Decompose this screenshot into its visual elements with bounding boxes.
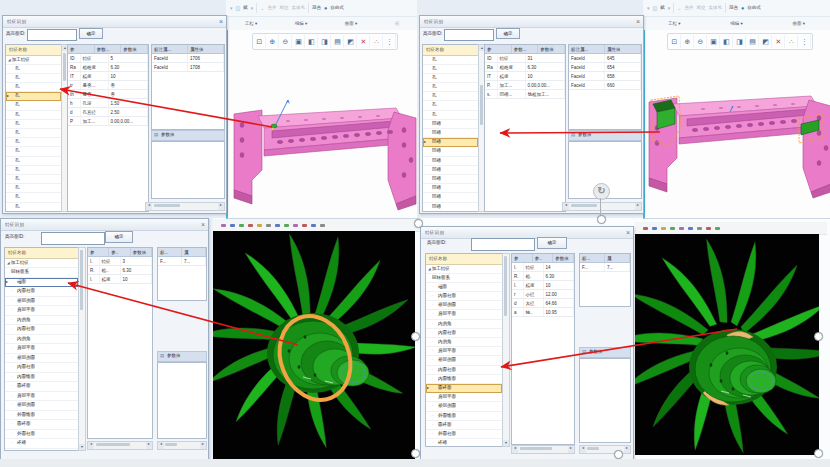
tree-item[interactable]: 根部倒圆 (5, 297, 78, 307)
param-row[interactable]: d 孔直径 2.50 (68, 108, 148, 117)
mini-tool-icon[interactable] (706, 227, 711, 230)
mini-tool-icon[interactable] (688, 227, 693, 230)
mini-tool-icon[interactable] (661, 227, 666, 230)
attr-row[interactable]: F... 7... (580, 263, 630, 272)
tree-item[interactable]: 凹槽 (423, 138, 478, 147)
tree-item[interactable]: 肩部平面 (5, 306, 78, 316)
param-row[interactable]: I. 特征 14 (512, 263, 574, 272)
mini-tool-icon[interactable] (697, 227, 702, 230)
tree-root-item[interactable]: ◢加工特征 (5, 259, 78, 269)
param-table[interactable]: 参参数...参数值 ID 特征 5 Ra 粗糙度 6.30 IT 精度 10 (67, 44, 149, 212)
confirm-button[interactable]: 确定 (105, 231, 133, 243)
tree-item[interactable]: 肩部平面 (5, 344, 78, 354)
tree-item[interactable]: 孔 (6, 203, 61, 212)
tree-item[interactable]: 孔 (423, 101, 478, 110)
mini-tool-icon[interactable] (311, 224, 316, 227)
param-row[interactable]: Ra 粗糙度 6.30 (485, 63, 565, 72)
view-tool-icon[interactable]: ◩ (760, 35, 772, 48)
param-row[interactable]: th 是否... 否 (68, 90, 148, 99)
param-table[interactable]: 参参..参数值 I. 特征 14 R. 粗. 6.30 I. 精度 10 (511, 253, 575, 445)
scroll-right-icon[interactable]: ► (568, 446, 574, 453)
selection-handle[interactable] (414, 219, 423, 228)
view-tool-icon[interactable]: ▣ (708, 35, 720, 48)
overflow-icon[interactable]: ▾ (647, 5, 650, 11)
rotate-handle[interactable]: ↻ (593, 183, 610, 200)
tree-item[interactable]: 凹槽 (423, 193, 478, 202)
tree-item[interactable]: 孔 (6, 74, 61, 83)
scroll-thumb[interactable] (520, 447, 552, 450)
intersect-button[interactable]: 相交 (696, 5, 705, 10)
param-row[interactable]: tr 是否... 否 (68, 81, 148, 90)
tree-item[interactable]: 圆环面 (426, 421, 502, 430)
param-row[interactable]: h 孔深 1.50 (68, 99, 148, 108)
tree-item[interactable]: 端面 (5, 278, 78, 288)
highlight-id-input[interactable] (27, 29, 77, 41)
mini-tool-icon[interactable] (302, 224, 307, 227)
merge-button[interactable]: 合并 (684, 5, 693, 10)
param-table[interactable]: 参参数...参数值 ID 特征 31 Ra 粗糙度 6.30 IT 精度 10 (484, 44, 566, 212)
param-row[interactable]: ID 特征 5 (68, 54, 148, 63)
mini-tool-icon[interactable] (670, 227, 675, 230)
close-icon[interactable]: × (201, 220, 205, 229)
mini-tool-icon[interactable] (266, 224, 271, 227)
mini-tool-icon[interactable] (248, 224, 253, 227)
expander-icon[interactable]: ◢ (7, 261, 10, 265)
mini-tool-icon[interactable] (652, 227, 657, 230)
tree-item[interactable]: 孔 (6, 65, 61, 74)
scroll-thumb[interactable] (571, 204, 597, 207)
feature-tree[interactable]: 特征名称 ◢加工特征 孔孔孔孔孔孔孔孔孔孔孔孔孔孔孔孔孔孔 (5, 44, 62, 212)
close-icon[interactable]: × (626, 228, 630, 237)
scroll-right-icon[interactable]: ► (200, 442, 206, 449)
intersect-button[interactable]: 相交 (279, 5, 288, 10)
scroll-down-icon[interactable]: ▼ (79, 444, 85, 450)
tree-item[interactable]: 端面 (426, 283, 502, 292)
dialog-titlebar[interactable]: 特征识别 × (1, 219, 208, 231)
tree-item[interactable]: 内圆柱面 (5, 287, 78, 297)
mini-tool-icon[interactable] (320, 224, 325, 227)
selection-handle[interactable] (614, 450, 623, 459)
ribbon-group-edit[interactable]: 编辑 ▾ (295, 21, 308, 26)
highlight-id-input[interactable] (471, 238, 535, 251)
attr-table[interactable]: 标...属 F... 7... (157, 247, 207, 301)
tree-item[interactable]: 环槽 (5, 439, 78, 449)
tree-item[interactable]: 肩部平面 (426, 347, 502, 356)
mini-tool-icon[interactable] (643, 227, 648, 230)
tree-item[interactable]: 凹槽 (423, 203, 478, 212)
mini-tool-icon[interactable] (293, 224, 298, 227)
mini-tool-icon[interactable] (257, 224, 262, 227)
tree-item[interactable]: 内圆柱面 (5, 325, 78, 335)
tree-item[interactable]: 孔 (6, 111, 61, 120)
param-table[interactable]: 参参..参数值 I. 特征 3 R. 粗.. 6.30 I. 精度 10 (87, 247, 153, 439)
tree-item[interactable]: 孔 (6, 120, 61, 129)
expander-icon[interactable]: ◢ (8, 58, 11, 62)
scroll-right-icon[interactable]: ► (624, 446, 630, 453)
tree-item[interactable]: 内圆柱面 (426, 292, 502, 301)
tree-item[interactable]: 内圆柱面 (5, 363, 78, 373)
feature-tree[interactable]: 特征名称 ◢加工特征 回转面系 端面内圆柱面根部倒圆肩部平面内倒角内圆柱面内倒角… (4, 247, 79, 451)
view-tool-icon[interactable]: ◧ (721, 35, 733, 48)
tree-item[interactable]: 孔 (6, 138, 61, 147)
ribbon-group-surface[interactable]: 曲面 ▾ (793, 21, 806, 26)
attr-table[interactable]: 标注属...属性值 FaceId 1706 FaceId 1708 (151, 44, 225, 130)
tree-item[interactable]: 孔 (6, 92, 61, 101)
view-tool-icon[interactable]: ⊕ (682, 35, 694, 48)
tree-item[interactable]: 环槽 (426, 439, 502, 447)
tree-item[interactable]: 孔 (6, 147, 61, 156)
param-row[interactable]: s. 凹槽... 铣粗加工... (485, 90, 565, 99)
tree-item[interactable]: 凹槽 (423, 157, 478, 166)
param-row[interactable]: d 大径 64.66 (512, 299, 574, 308)
tree-item[interactable]: 内倒角 (426, 320, 502, 329)
view-tool-icon[interactable]: ◧ (306, 35, 318, 48)
view-tool-icon[interactable]: ⋮ (799, 35, 811, 48)
attr-row[interactable]: FaceId 1706 (152, 54, 224, 63)
param-row[interactable]: I. 精度 10 (512, 281, 574, 290)
param-row[interactable]: P 加工... 0.00,0.00... (68, 117, 148, 126)
freestyle-button[interactable]: 自由式 (330, 5, 344, 10)
selection-handle[interactable] (411, 449, 420, 458)
confirm-button[interactable]: 确定 (537, 237, 567, 249)
h-scrollbar[interactable]: ◄ ► (145, 202, 225, 211)
freestyle-button[interactable]: 自由式 (747, 5, 761, 10)
ribbon-group-edit[interactable]: 编辑 ▾ (730, 21, 743, 26)
view-tool-icon[interactable]: ▤ (332, 35, 344, 48)
highlight-id-input[interactable] (444, 29, 494, 41)
